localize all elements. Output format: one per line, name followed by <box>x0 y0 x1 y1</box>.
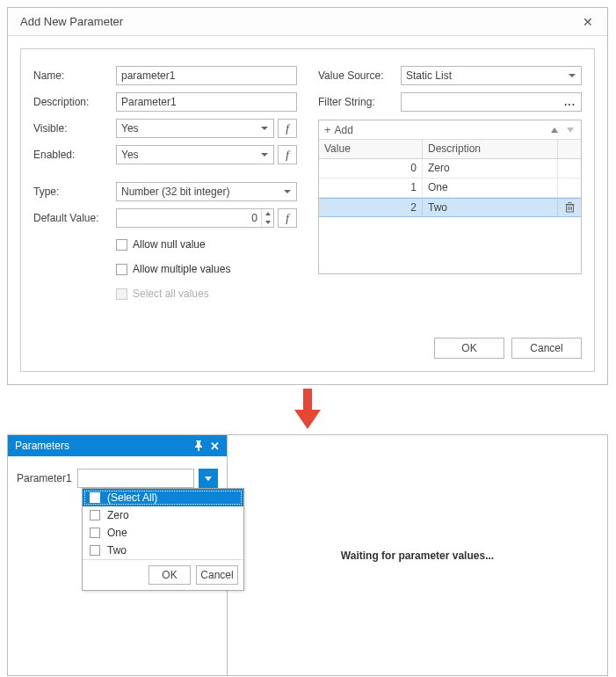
move-up-icon[interactable] <box>551 127 558 133</box>
waiting-message: Waiting for parameter values... <box>341 550 494 562</box>
checkbox-icon <box>116 288 127 300</box>
delete-row-button[interactable] <box>558 199 581 216</box>
right-column: Value Source: Static List Filter String:… <box>318 65 582 302</box>
static-list-grid: + Add Value Description 0 Zer <box>318 120 582 274</box>
parameter-dropdown-button[interactable] <box>199 469 218 488</box>
checkbox-icon <box>90 492 100 503</box>
left-column: Name: parameter1 Description: Parameter1… <box>33 65 297 302</box>
column-action-header <box>558 140 581 158</box>
parameters-pane: Parameters ✕ Parameter1 (Select All) <box>8 435 228 675</box>
table-row[interactable]: 1 One <box>319 178 581 198</box>
table-row[interactable]: 0 Zero <box>319 159 581 178</box>
allow-null-checkbox[interactable]: Allow null value <box>116 236 297 253</box>
chevron-down-icon <box>569 74 576 77</box>
description-input[interactable]: Parameter1 <box>116 92 297 112</box>
chevron-down-icon <box>261 127 268 130</box>
default-value-label: Default Value: <box>33 212 114 224</box>
allow-multiple-checkbox[interactable]: Allow multiple values <box>116 260 297 278</box>
option-item[interactable]: Two <box>83 542 243 559</box>
dropdown-cancel-button[interactable]: Cancel <box>196 565 238 585</box>
add-parameter-dialog: Add New Parameter ✕ Name: parameter1 Des… <box>7 7 608 385</box>
value-source-select[interactable]: Static List <box>401 66 582 85</box>
default-value-fx-button[interactable]: f <box>278 208 297 228</box>
visible-label: Visible: <box>33 122 114 135</box>
svg-rect-2 <box>569 203 571 205</box>
value-source-label: Value Source: <box>318 69 399 82</box>
option-item[interactable]: Zero <box>83 506 243 524</box>
arrow-down-illustration <box>7 385 608 434</box>
plus-icon: + <box>324 124 331 135</box>
checkbox-icon <box>90 528 100 538</box>
spin-up-icon[interactable] <box>262 209 273 218</box>
parameter-value-input[interactable] <box>77 469 194 488</box>
chevron-down-icon <box>284 190 291 193</box>
column-description-header[interactable]: Description <box>423 140 558 158</box>
ellipsis-icon[interactable]: ... <box>564 96 576 108</box>
type-label: Type: <box>33 186 114 198</box>
spin-down-icon[interactable] <box>262 218 273 227</box>
visible-fx-button[interactable]: f <box>278 119 297 138</box>
add-button[interactable]: + Add <box>324 124 353 136</box>
type-select[interactable]: Number (32 bit integer) <box>116 182 297 201</box>
enabled-select[interactable]: Yes <box>116 145 274 164</box>
visible-select[interactable]: Yes <box>116 119 274 138</box>
table-row[interactable]: 2 Two <box>319 198 581 217</box>
option-select-all[interactable]: (Select All) <box>83 489 243 506</box>
enabled-fx-button[interactable]: f <box>278 145 297 164</box>
filter-string-label: Filter String: <box>318 96 399 108</box>
description-label: Description: <box>33 96 114 108</box>
parameters-title: Parameters <box>15 440 194 452</box>
default-value-input[interactable]: 0 <box>116 208 274 228</box>
parameter-name-label: Parameter1 <box>17 472 72 484</box>
option-item[interactable]: One <box>83 524 243 542</box>
checkbox-icon <box>116 264 127 275</box>
select-all-checkbox: Select all values <box>116 285 297 302</box>
checkbox-icon <box>116 239 127 251</box>
name-input[interactable]: parameter1 <box>116 66 297 85</box>
move-down-icon <box>567 127 574 133</box>
chevron-down-icon <box>261 153 268 157</box>
runtime-panel: Parameters ✕ Parameter1 (Select All) <box>7 434 608 676</box>
parameters-panel-titlebar[interactable]: Parameters ✕ <box>8 435 227 456</box>
column-value-header[interactable]: Value <box>319 140 423 158</box>
dialog-body: Name: parameter1 Description: Parameter1… <box>20 48 595 372</box>
cancel-button[interactable]: Cancel <box>511 338 582 359</box>
pin-icon[interactable] <box>194 440 203 451</box>
dialog-title: Add New Parameter <box>20 15 577 28</box>
dropdown-ok-button[interactable]: OK <box>149 565 191 585</box>
close-icon[interactable]: ✕ <box>577 11 598 33</box>
dialog-titlebar[interactable]: Add New Parameter ✕ <box>8 8 607 36</box>
ok-button[interactable]: OK <box>434 338 504 359</box>
parameter-row: Parameter1 <box>17 469 218 488</box>
close-icon[interactable]: ✕ <box>210 440 220 453</box>
checkbox-icon <box>90 545 100 556</box>
parameter-dropdown: (Select All) Zero One Two OK Cancel <box>82 488 244 591</box>
checkbox-icon <box>90 510 100 520</box>
enabled-label: Enabled: <box>33 149 114 161</box>
preview-area: Waiting for parameter values... <box>228 435 607 675</box>
chevron-down-icon <box>205 477 212 481</box>
trash-icon <box>565 202 575 213</box>
name-label: Name: <box>33 69 114 82</box>
filter-string-input[interactable]: ... <box>401 92 582 112</box>
